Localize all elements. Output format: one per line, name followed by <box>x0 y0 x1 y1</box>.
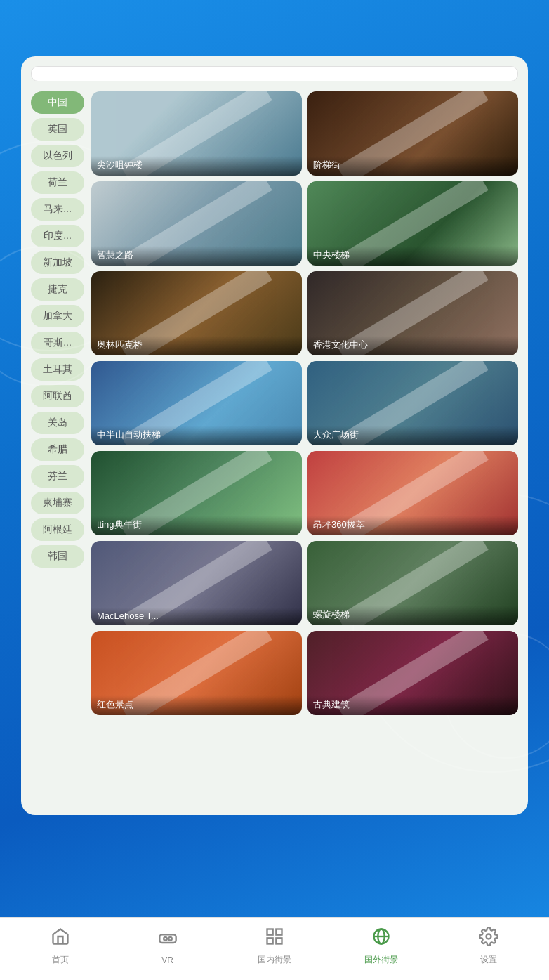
nav-item-settings[interactable]: 设置 <box>468 927 510 966</box>
country-item-uk[interactable]: 英国 <box>31 118 84 141</box>
spot-card-3[interactable]: 智慧之路 <box>91 181 302 266</box>
spot-card-13[interactable]: 红色景点 <box>91 631 302 715</box>
spot-card-7[interactable]: 中半山自动扶梯 <box>91 361 302 445</box>
svg-point-30 <box>168 936 172 940</box>
country-list: 中国英国以色列荷兰马来...印度...新加坡捷克加拿大哥斯...土耳其阿联酋关岛… <box>31 91 84 715</box>
spots-grid: 尖沙咀钟楼 阶梯街 智慧之路 中央楼梯 奥林匹克桥 香港文化中心 中半山自动扶梯… <box>91 91 518 715</box>
spot-card-12[interactable]: 螺旋楼梯 <box>307 541 518 625</box>
nav-label-vr: VR <box>161 955 173 965</box>
country-item-india[interactable]: 印度... <box>31 225 84 247</box>
svg-point-29 <box>164 936 167 940</box>
bottom-nav: 首页 VR 国内街景 国外街景 设置 <box>0 917 549 980</box>
spot-card-11[interactable]: MacLehose T... <box>91 541 302 625</box>
spot-label-5: 奥林匹克桥 <box>91 336 302 355</box>
svg-rect-33 <box>267 938 272 943</box>
country-item-finland[interactable]: 芬兰 <box>31 465 84 488</box>
spot-label-13: 红色景点 <box>91 695 302 715</box>
nav-label-home: 首页 <box>52 954 69 966</box>
country-item-greece[interactable]: 希腊 <box>31 438 84 461</box>
spot-label-8: 大众广场街 <box>307 426 518 445</box>
spot-label-6: 香港文化中心 <box>307 336 518 355</box>
spot-label-9: tting典午街 <box>91 516 302 535</box>
svg-rect-31 <box>267 929 272 935</box>
country-item-czech[interactable]: 捷克 <box>31 278 84 301</box>
spot-card-1[interactable]: 尖沙咀钟楼 <box>91 91 302 176</box>
country-item-malaysia[interactable]: 马来... <box>31 198 84 221</box>
spot-label-14: 古典建筑 <box>307 695 518 715</box>
svg-point-38 <box>486 934 491 939</box>
spot-label-7: 中半山自动扶梯 <box>91 426 302 445</box>
svg-rect-34 <box>276 938 282 943</box>
spot-label-3: 智慧之路 <box>91 246 302 266</box>
country-item-costarica[interactable]: 哥斯... <box>31 332 84 354</box>
spot-label-10: 昂坪360拔萃 <box>307 516 518 535</box>
globe-icon <box>371 927 391 951</box>
nav-item-vr[interactable]: VR <box>147 928 189 965</box>
nav-item-foreign[interactable]: 国外街景 <box>360 927 402 966</box>
spot-card-6[interactable]: 香港文化中心 <box>307 271 518 355</box>
header <box>0 0 549 56</box>
nav-item-domestic[interactable]: 国内街景 <box>253 927 296 966</box>
spot-card-8[interactable]: 大众广场街 <box>307 361 518 445</box>
gear-icon <box>479 927 498 951</box>
nav-label-foreign: 国外街景 <box>364 954 398 966</box>
spot-card-10[interactable]: 昂坪360拔萃 <box>307 451 518 535</box>
nav-item-home[interactable]: 首页 <box>39 927 81 966</box>
nav-label-settings: 设置 <box>480 954 497 966</box>
grid-icon <box>265 927 284 951</box>
country-item-canada[interactable]: 加拿大 <box>31 305 84 327</box>
country-item-israel[interactable]: 以色列 <box>31 145 84 167</box>
country-item-uae[interactable]: 阿联酋 <box>31 385 84 407</box>
spot-card-14[interactable]: 古典建筑 <box>307 631 518 715</box>
country-item-korea[interactable]: 韩国 <box>31 545 84 568</box>
country-item-turkey[interactable]: 土耳其 <box>31 358 84 381</box>
nav-label-domestic: 国内街景 <box>258 954 291 966</box>
country-item-argentina[interactable]: 阿根廷 <box>31 518 84 541</box>
vr-icon <box>158 928 178 953</box>
country-item-singapore[interactable]: 新加坡 <box>31 251 84 274</box>
main-card: 中国英国以色列荷兰马来...印度...新加坡捷克加拿大哥斯...土耳其阿联酋关岛… <box>21 56 528 815</box>
spot-label-1: 尖沙咀钟楼 <box>91 156 302 176</box>
svg-rect-32 <box>276 929 282 935</box>
spot-label-12: 螺旋楼梯 <box>307 606 518 625</box>
spot-card-5[interactable]: 奥林匹克桥 <box>91 271 302 355</box>
spot-card-2[interactable]: 阶梯街 <box>307 91 518 176</box>
country-item-netherlands[interactable]: 荷兰 <box>31 171 84 194</box>
spot-label-2: 阶梯街 <box>307 156 518 176</box>
country-item-guam[interactable]: 关岛 <box>31 412 84 434</box>
spot-label-11: MacLehose T... <box>91 608 302 625</box>
spot-label-4: 中央楼梯 <box>307 246 518 266</box>
spot-card-9[interactable]: tting典午街 <box>91 451 302 535</box>
home-icon <box>51 927 70 951</box>
country-item-cambodia[interactable]: 柬埔寨 <box>31 492 84 514</box>
country-item-china[interactable]: 中国 <box>31 91 84 114</box>
search-bar[interactable] <box>31 66 518 81</box>
spot-card-4[interactable]: 中央楼梯 <box>307 181 518 266</box>
